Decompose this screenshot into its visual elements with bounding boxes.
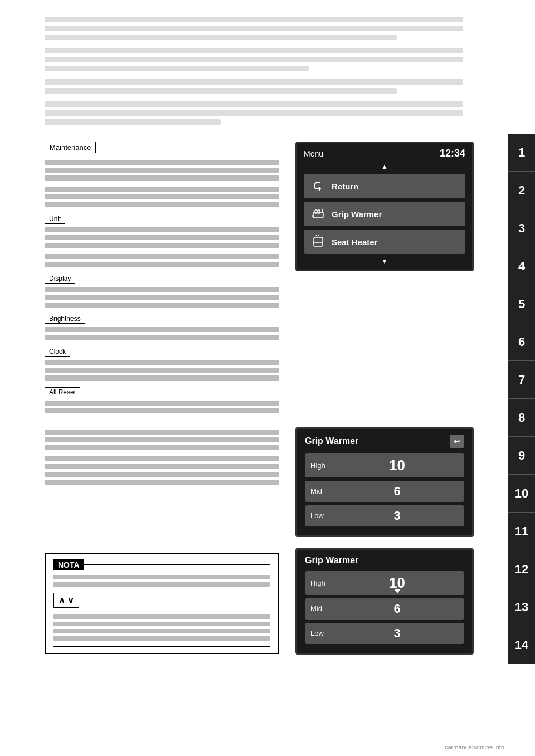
- chapter-2[interactable]: 2: [508, 172, 535, 209]
- grip-warmer-header: Grip Warmer ↩: [305, 435, 464, 448]
- nota-header-line: [84, 564, 270, 565]
- grip-warmer-low-row-2[interactable]: Low 3: [305, 623, 464, 644]
- grip-warmer-icon: [310, 206, 326, 222]
- screen-header: Menu 12:34: [297, 143, 472, 162]
- mid-label-2: Mid: [310, 604, 330, 613]
- mid-value: 6: [335, 484, 459, 499]
- left-col-maintenance: Maintenance Unit: [45, 142, 279, 416]
- all-reset-tag: All Reset: [45, 387, 80, 397]
- high-label-2: High: [310, 579, 330, 587]
- seat-heater-menu-button[interactable]: Seat Heater: [304, 230, 465, 254]
- section-grip-warmer: Grip Warmer ↩ High 10 Mid 6 L: [45, 427, 485, 537]
- brightness-tag: Brightness: [45, 314, 85, 324]
- maintenance-body: Unit Display Br: [45, 160, 279, 413]
- grip-warmer-mid-row[interactable]: Mid 6: [305, 481, 464, 502]
- grip-warmer-header-2: Grip Warmer: [305, 555, 464, 565]
- chapter-10[interactable]: 10: [508, 475, 535, 513]
- left-col-grip-warmer: [45, 427, 279, 487]
- section-maintenance: Maintenance Unit: [45, 142, 485, 416]
- chapter-5[interactable]: 5: [508, 285, 535, 323]
- arrow-keys: ∧ ∨: [54, 593, 79, 608]
- grip-warmer-title: Grip Warmer: [305, 436, 358, 446]
- grip-warmer-title-2: Grip Warmer: [305, 555, 358, 565]
- clock-tag: Clock: [45, 347, 70, 357]
- grip-warmer-body: [45, 430, 279, 485]
- seat-heater-icon: [310, 234, 326, 250]
- grip-warmer-back-button[interactable]: ↩: [450, 435, 464, 448]
- display-tag: Display: [45, 274, 75, 284]
- low-value: 3: [335, 509, 459, 523]
- chapter-3[interactable]: 3: [508, 209, 535, 247]
- high-label: High: [310, 461, 330, 470]
- unit-tag: Unit: [45, 214, 65, 224]
- grip-warmer-low-row[interactable]: Low 3: [305, 505, 464, 526]
- right-col-screen1: Menu 12:34 ▲ Return: [295, 142, 485, 271]
- return-icon: [310, 178, 326, 194]
- up-arrow-key: ∧: [59, 595, 65, 606]
- chapter-14[interactable]: 14: [508, 626, 535, 664]
- chapter-7[interactable]: 7: [508, 361, 535, 399]
- low-label-2: Low: [310, 629, 330, 637]
- nota-box: NOTA ∧ ∨: [45, 553, 279, 654]
- chapter-4[interactable]: 4: [508, 247, 535, 285]
- left-col-nota: NOTA ∧ ∨: [45, 548, 279, 654]
- high-value: 10: [335, 457, 459, 474]
- nota-header: NOTA: [54, 559, 270, 570]
- return-button[interactable]: Return: [304, 174, 465, 198]
- menu-screen: Menu 12:34 ▲ Return: [295, 142, 474, 271]
- menu-label: Menu: [304, 149, 323, 158]
- main-content: Maintenance Unit: [0, 0, 502, 677]
- grip-warmer-high-row[interactable]: High 10: [305, 453, 464, 477]
- chapter-9[interactable]: 9: [508, 437, 535, 475]
- chapter-6[interactable]: 6: [508, 323, 535, 361]
- page: 1 2 3 4 5 6 7 8 9 10 11 12 13 14: [0, 0, 535, 756]
- grip-warmer-menu-label: Grip Warmer: [332, 209, 382, 219]
- chapter-11[interactable]: 11: [508, 513, 535, 550]
- svg-rect-1: [315, 210, 317, 213]
- down-arrow-key: ∨: [67, 595, 74, 606]
- watermark: carmanualsonline.info: [445, 744, 504, 750]
- chapter-12[interactable]: 12: [508, 550, 535, 588]
- scroll-up-arrow[interactable]: ▲: [297, 163, 472, 170]
- grip-warmer-high-row-2[interactable]: High 10: [305, 571, 464, 595]
- high-value-container: 10: [335, 574, 459, 592]
- svg-rect-2: [318, 210, 320, 213]
- chapter-13[interactable]: 13: [508, 588, 535, 626]
- grip-warmer-mid-row-2[interactable]: Mid 6: [305, 598, 464, 620]
- clock-display: 12:34: [440, 148, 465, 159]
- seat-heater-label: Seat Heater: [332, 237, 378, 247]
- low-label: Low: [310, 511, 330, 520]
- grip-warmer-screen-2: Grip Warmer High 10 Mid 6: [295, 548, 474, 655]
- section-nota: NOTA ∧ ∨: [45, 548, 485, 655]
- grip-warmer-menu-button[interactable]: Grip Warmer: [304, 202, 465, 226]
- low-value-2: 3: [335, 626, 459, 641]
- right-col-screen3: Grip Warmer High 10 Mid 6: [295, 548, 485, 655]
- grip-warmer-screen: Grip Warmer ↩ High 10 Mid 6 L: [295, 427, 474, 537]
- value-triangle-indicator: [394, 589, 401, 593]
- return-label: Return: [332, 182, 358, 191]
- chapter-1[interactable]: 1: [508, 134, 535, 172]
- right-col-grip-warmer: Grip Warmer ↩ High 10 Mid 6 L: [295, 427, 485, 537]
- chapter-8[interactable]: 8: [508, 399, 535, 437]
- mid-label: Mid: [310, 487, 330, 495]
- nota-end-line: [54, 646, 270, 647]
- nota-title: NOTA: [54, 559, 84, 570]
- maintenance-tag: Maintenance: [45, 142, 96, 153]
- scroll-down-arrow[interactable]: ▼: [297, 257, 472, 265]
- mid-value-2: 6: [335, 602, 459, 616]
- chapter-numbers: 1 2 3 4 5 6 7 8 9 10 11 12 13 14: [508, 134, 535, 664]
- intro-text: [45, 17, 485, 125]
